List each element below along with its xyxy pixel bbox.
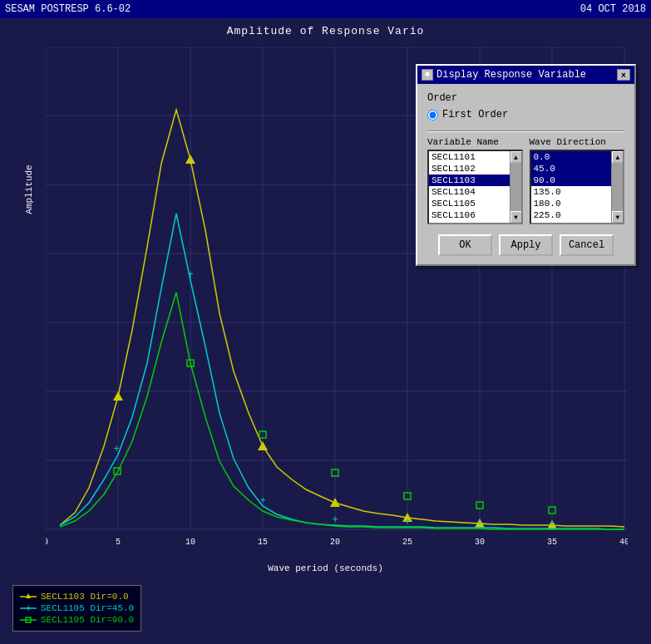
- wave-direction-list: 0.0 45.0 90.0 135.0 180.0 225.0: [531, 151, 624, 223]
- dialog-titlebar-left: ■ Display Response Variable: [422, 69, 586, 81]
- direction-scroll-track: [612, 163, 623, 211]
- svg-marker-57: [26, 593, 31, 598]
- variable-item-secl1106[interactable]: SECL1106: [429, 209, 521, 221]
- variable-item-secl1103[interactable]: SECL1103: [429, 175, 521, 186]
- svg-text:30: 30: [475, 538, 485, 547]
- dialog-title: Display Response Variable: [436, 69, 586, 81]
- divider: [427, 130, 624, 132]
- title-bar: SESAM POSTRESP 6.6-02 04 OCT 2018: [0, 0, 651, 18]
- svg-text:+: +: [476, 518, 482, 529]
- scroll-track: [510, 163, 521, 211]
- svg-text:+: +: [332, 514, 338, 526]
- variable-name-list: SECL1101 SECL1102 SECL1103 SECL1104 SECL…: [429, 151, 521, 223]
- svg-text:+: +: [404, 516, 410, 528]
- direction-item-135[interactable]: 135.0: [531, 186, 624, 198]
- svg-text:40: 40: [619, 538, 628, 547]
- chart-title: Amplitude of Response Vario: [0, 18, 651, 41]
- svg-text:+: +: [549, 519, 555, 530]
- svg-text:15: 15: [258, 538, 268, 547]
- cancel-button[interactable]: Cancel: [560, 234, 614, 256]
- legend-item-1: SECL1103 Dir=0.0: [20, 592, 134, 602]
- svg-text:5: 5: [116, 538, 121, 547]
- svg-text:35: 35: [547, 538, 557, 547]
- radio-row: First Order: [427, 109, 624, 120]
- direction-item-225[interactable]: 225.0: [531, 209, 624, 221]
- legend-label-1: SECL1103 Dir=0.0: [41, 592, 129, 602]
- lists-section: Variable Name SECL1101 SECL1102 SECL1103…: [427, 137, 624, 224]
- dialog-titlebar: ■ Display Response Variable ×: [417, 66, 634, 84]
- wave-direction-column: Wave Direction 0.0 45.0 90.0 135.0 180.0…: [530, 137, 625, 224]
- legend: SECL1103 Dir=0.0 + SECL1105 Dir=45.0 SEC…: [12, 585, 141, 632]
- first-order-radio[interactable]: [427, 110, 438, 120]
- variable-item-secl1101[interactable]: SECL1101: [429, 151, 521, 163]
- legend-label-3: SECL1105 Dir=90.0: [41, 615, 134, 625]
- order-label: Order: [427, 92, 624, 104]
- svg-text:+: +: [187, 269, 193, 281]
- date-display: 04 OCT 2018: [580, 3, 646, 15]
- variable-scrollbar[interactable]: ▲ ▼: [510, 151, 521, 223]
- first-order-label: First Order: [442, 109, 508, 120]
- dialog-body: Order First Order Variable Name SECL1101…: [417, 84, 634, 264]
- direction-scroll-down-btn[interactable]: ▼: [612, 211, 624, 223]
- svg-text:0: 0: [46, 538, 48, 547]
- direction-item-0[interactable]: 0.0: [531, 151, 624, 163]
- main-content: Amplitude of Response Vario Amplitude: [0, 18, 651, 644]
- direction-scroll-up-btn[interactable]: ▲: [612, 151, 624, 163]
- variable-item-secl1102[interactable]: SECL1102: [429, 163, 521, 175]
- display-response-dialog: ■ Display Response Variable × Order Firs…: [416, 64, 636, 266]
- direction-item-45[interactable]: 45.0: [531, 163, 624, 175]
- svg-text:10: 10: [185, 538, 195, 547]
- direction-item-90[interactable]: 90.0: [531, 175, 624, 186]
- svg-text:+: +: [259, 495, 265, 507]
- wave-direction-header: Wave Direction: [530, 137, 625, 147]
- variable-item-secl1104[interactable]: SECL1104: [429, 186, 521, 198]
- variable-name-header: Variable Name: [427, 137, 523, 147]
- variable-name-column: Variable Name SECL1101 SECL1102 SECL1103…: [427, 137, 523, 224]
- legend-item-2: + SECL1105 Dir=45.0: [20, 603, 134, 613]
- direction-scrollbar[interactable]: ▲ ▼: [611, 151, 623, 223]
- variable-item-secl1105[interactable]: SECL1105: [429, 198, 521, 209]
- svg-text:20: 20: [330, 538, 340, 547]
- svg-text:+: +: [25, 603, 31, 613]
- wave-direction-listbox[interactable]: 0.0 45.0 90.0 135.0 180.0 225.0 ▲ ▼: [530, 150, 625, 224]
- x-axis-label: Wave period (seconds): [0, 563, 651, 573]
- legend-label-2: SECL1105 Dir=45.0: [41, 603, 134, 613]
- dialog-buttons: OK Apply Cancel: [427, 234, 624, 256]
- direction-item-180[interactable]: 180.0: [531, 198, 624, 209]
- scroll-down-btn[interactable]: ▼: [510, 211, 522, 223]
- svg-text:25: 25: [402, 538, 412, 547]
- scroll-up-btn[interactable]: ▲: [510, 151, 522, 163]
- legend-item-3: SECL1105 Dir=90.0: [20, 615, 134, 625]
- dialog-close-button[interactable]: ×: [617, 69, 630, 81]
- svg-text:+: +: [113, 444, 119, 455]
- apply-button[interactable]: Apply: [499, 234, 553, 256]
- ok-button[interactable]: OK: [438, 234, 492, 256]
- app-title: SESAM POSTRESP 6.6-02: [5, 3, 131, 15]
- variable-name-listbox[interactable]: SECL1101 SECL1102 SECL1103 SECL1104 SECL…: [427, 150, 523, 224]
- y-axis-label: Amplitude: [24, 165, 34, 214]
- dialog-icon: ■: [422, 69, 433, 81]
